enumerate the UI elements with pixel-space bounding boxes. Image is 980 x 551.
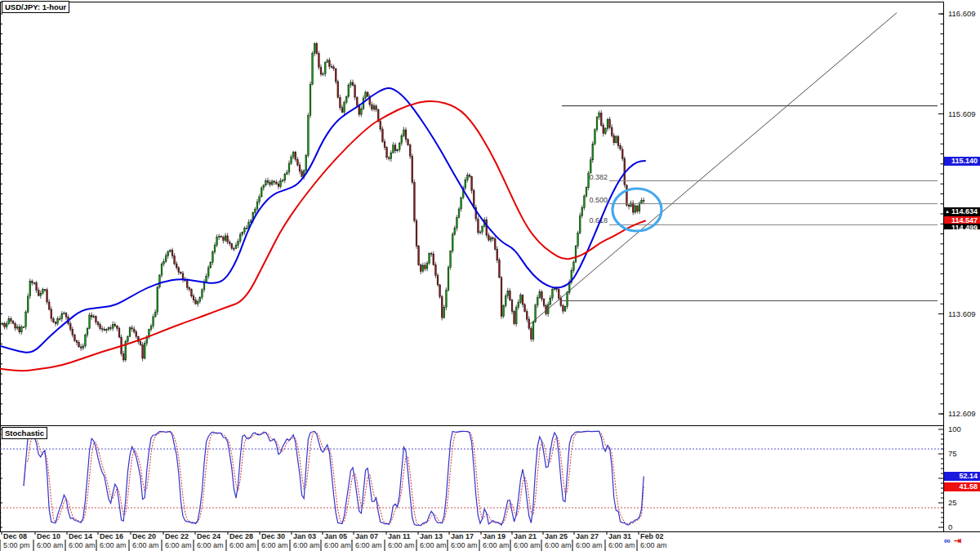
date-label: Dec 30 xyxy=(261,532,285,540)
stoch-tick-label: 100 xyxy=(948,425,961,433)
time-label: 6:00 am xyxy=(420,541,447,549)
date-label: Jan 13 xyxy=(420,532,443,540)
footer-icons: ∞⇥ xyxy=(944,535,961,545)
price-tick-label: 115.609 xyxy=(948,110,976,118)
time-label: 6:00 am xyxy=(324,541,351,549)
date-label: Jan 19 xyxy=(483,532,506,540)
symbol-title: USD/JPY: 1-hour xyxy=(2,1,69,13)
time-label: 6:00 am xyxy=(640,541,667,549)
last-price-badge: ▲114.634 xyxy=(944,207,980,216)
time-label: 6:00 am xyxy=(483,541,510,549)
chart-canvas[interactable]: 0.3820.5000.618 xyxy=(0,0,980,551)
trend-line[interactable] xyxy=(529,13,897,325)
time-label: 6:00 am xyxy=(165,541,192,549)
date-label: Jan 11 xyxy=(388,532,411,540)
ma-fast-value-badge: 115.140 xyxy=(944,157,980,166)
price-tick-label: 116.609 xyxy=(948,10,976,18)
indicator-label: Stochastic xyxy=(2,427,47,439)
date-label: Jan 07 xyxy=(355,532,378,540)
time-label: 5:00 pm xyxy=(3,541,30,549)
stoch-k-line xyxy=(24,431,644,525)
time-label: 6:00 am xyxy=(293,541,320,549)
time-label: 6:00 am xyxy=(229,541,256,549)
stoch-k-badge: 52.14 xyxy=(944,472,980,481)
chart-borders xyxy=(0,2,980,532)
date-label: Jan 27 xyxy=(576,532,599,540)
time-label: 6:00 am xyxy=(132,541,159,549)
stoch-d-line xyxy=(24,431,644,525)
stoch-d-badge: 41.58 xyxy=(944,482,980,491)
time-label: 6:00 am xyxy=(576,541,603,549)
time-label: 6:00 am xyxy=(608,541,635,549)
price-tick-label: 113.609 xyxy=(948,310,976,318)
fib-level-label: 0.382 xyxy=(589,173,608,181)
date-label: Dec 28 xyxy=(229,532,253,540)
link-icon[interactable]: ∞ xyxy=(944,535,951,545)
stoch-tick-label: 25 xyxy=(948,499,957,507)
fib-price-badge: 114.499 xyxy=(944,224,980,229)
date-label: Jan 03 xyxy=(293,532,316,540)
time-label: 6:00 am xyxy=(514,541,541,549)
date-label: Dec 22 xyxy=(165,532,189,540)
time-label: 6:00 am xyxy=(69,541,96,549)
date-label: Jan 05 xyxy=(324,532,347,540)
date-label: Jan 31 xyxy=(608,532,631,540)
stoch-tick-label: 75 xyxy=(948,450,957,458)
time-label: 6:00 am xyxy=(100,541,127,549)
date-label: Jan 25 xyxy=(545,532,568,540)
time-label: 6:00 am xyxy=(197,541,224,549)
time-label: 6:00 am xyxy=(37,541,64,549)
fib-level-label: 0.500 xyxy=(589,196,608,204)
date-label: Dec 14 xyxy=(69,532,92,540)
time-label: 6:00 am xyxy=(388,541,415,549)
time-label: 6:00 am xyxy=(545,541,572,549)
candle-wicks xyxy=(2,42,644,362)
date-label: Dec 20 xyxy=(132,532,156,540)
stoch-tick-label: 0 xyxy=(948,523,952,531)
date-label: Dec 08 xyxy=(3,532,27,540)
date-label: Feb 02 xyxy=(640,532,664,540)
axis-ticks xyxy=(0,14,943,551)
price-tick-label: 112.609 xyxy=(948,410,976,418)
date-label: Jan 17 xyxy=(451,532,474,540)
date-label: Dec 24 xyxy=(197,532,220,540)
jump-to-end-icon[interactable]: ⇥ xyxy=(954,535,961,545)
time-label: 6:00 am xyxy=(261,541,288,549)
time-label: 6:00 am xyxy=(355,541,382,549)
date-label: Jan 21 xyxy=(514,532,537,540)
chart-window: 0.3820.5000.618 USD/JPY: 1-hour Stochast… xyxy=(0,0,980,551)
date-label: Dec 16 xyxy=(100,532,123,540)
time-label: 6:00 am xyxy=(451,541,478,549)
date-label: Dec 10 xyxy=(37,532,60,540)
